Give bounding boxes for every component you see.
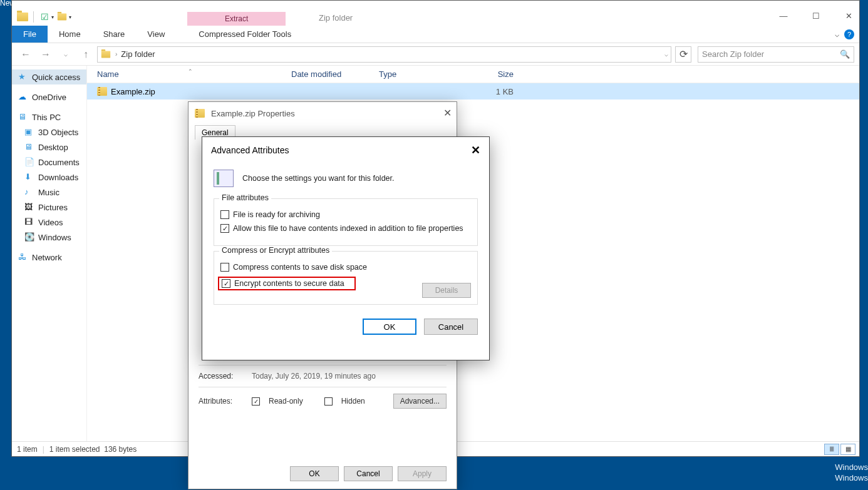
properties-icon[interactable]: ☑ <box>38 11 51 23</box>
readonly-label: Read-only <box>269 397 303 406</box>
search-input[interactable]: Search Zip folder 🔍 <box>698 46 854 63</box>
attributes-label: Attributes: <box>199 397 245 406</box>
nav-onedrive[interactable]: ☁OneDrive <box>12 89 86 105</box>
compress-checkbox-row[interactable]: Compress contents to save disk space <box>220 263 471 272</box>
nav-pictures[interactable]: 🖼Pictures <box>12 200 86 215</box>
checkbox[interactable]: ✓ <box>222 279 230 288</box>
checkbox[interactable]: ✓ <box>220 224 229 233</box>
chevron-down-icon[interactable]: ▾ <box>51 14 54 20</box>
forward-button[interactable]: → <box>37 46 54 63</box>
refresh-button[interactable]: ⟳ <box>675 46 691 63</box>
new-folder-icon[interactable] <box>56 11 68 23</box>
properties-titlebar[interactable]: Example.zip Properties ✕ <box>189 102 457 125</box>
address-bar[interactable]: › Zip folder ⌵ <box>97 46 671 63</box>
details-button[interactable]: Details <box>422 283 471 298</box>
hidden-checkbox[interactable] <box>324 397 333 406</box>
column-size[interactable]: Size <box>467 69 520 79</box>
nav-documents[interactable]: 📄Documents <box>12 155 86 170</box>
apply-button[interactable]: Apply <box>398 466 447 481</box>
nav-label: Documents <box>38 158 80 167</box>
qat-separator <box>33 11 34 23</box>
view-large-icons-button[interactable]: ▦ <box>840 444 855 455</box>
file-attributes-group: File attributes File is ready for archiv… <box>214 198 478 246</box>
titlebar[interactable] <box>12 1 859 8</box>
archive-checkbox-row[interactable]: File is ready for archiving <box>220 210 471 219</box>
nav-label: Windows <box>38 233 71 242</box>
folder-icon <box>16 11 29 23</box>
chevron-right-icon[interactable]: › <box>115 51 117 58</box>
nav-music[interactable]: ♪Music <box>12 185 86 200</box>
encrypt-checkbox-row[interactable]: ✓ Encrypt contents to secure data <box>218 277 356 290</box>
ok-button[interactable]: OK <box>290 466 339 481</box>
ribbon-tabs: File Home Share View Compressed Folder T… <box>12 26 859 43</box>
windows-watermark: Windows Windows <box>835 462 868 484</box>
nav-videos[interactable]: 🎞Videos <box>12 215 86 230</box>
contextual-tab-extract[interactable]: Extract <box>187 12 286 26</box>
cell-name: Example.zip <box>91 87 285 96</box>
checkbox[interactable] <box>220 210 229 219</box>
cancel-button[interactable]: Cancel <box>344 466 393 481</box>
column-name[interactable]: Name⌃ <box>91 69 285 79</box>
table-row[interactable]: Example.zip 1 KB <box>87 83 859 100</box>
tab-share[interactable]: Share <box>92 26 137 43</box>
up-button[interactable]: ↑ <box>77 46 95 63</box>
advanced-button[interactable]: Advanced... <box>393 394 447 409</box>
index-label: Allow this file to have contents indexed… <box>233 224 463 233</box>
nav-3d-objects[interactable]: ▣3D Objects <box>12 125 86 140</box>
advanced-titlebar[interactable]: Advanced Attributes ✕ <box>202 137 489 163</box>
search-icon[interactable]: 🔍 <box>840 49 850 59</box>
search-placeholder: Search Zip folder <box>702 49 764 59</box>
ok-button[interactable]: OK <box>363 319 416 335</box>
watermark-line: Windows <box>835 462 868 473</box>
tab-file[interactable]: File <box>12 26 48 43</box>
checkbox[interactable] <box>220 263 229 272</box>
properties-title: Example.zip Properties <box>211 109 295 118</box>
column-type[interactable]: Type <box>373 69 467 79</box>
readonly-checkbox[interactable]: ✓ <box>252 397 260 406</box>
column-date[interactable]: Date modified <box>285 69 373 79</box>
status-bytes: 136 bytes <box>104 445 137 454</box>
nav-network[interactable]: 🖧Network <box>12 250 86 265</box>
qat-customize-icon[interactable]: ▾ <box>69 14 71 20</box>
close-button[interactable]: ✕ <box>443 107 452 119</box>
breadcrumb[interactable]: Zip folder <box>121 49 155 59</box>
minimize-button[interactable]: — <box>775 9 792 22</box>
compress-encrypt-group: Compress or Encrypt attributes Compress … <box>214 251 478 305</box>
tab-view[interactable]: View <box>136 26 176 43</box>
view-details-button[interactable]: ≣ <box>824 444 839 455</box>
column-label: Name <box>97 69 119 79</box>
nav-downloads[interactable]: ⬇Downloads <box>12 170 86 185</box>
close-button[interactable]: ✕ <box>840 9 857 22</box>
nav-label: Quick access <box>32 73 80 82</box>
advanced-intro: Choose the settings you want for this fo… <box>242 174 395 183</box>
nav-windows[interactable]: 💽Windows <box>12 230 86 245</box>
nav-label: OneDrive <box>32 93 66 102</box>
address-dropdown-icon[interactable]: ⌵ <box>664 51 668 58</box>
hidden-label: Hidden <box>341 397 365 406</box>
column-headers: Name⌃ Date modified Type Size <box>87 66 859 83</box>
nav-quick-access[interactable]: ★Quick access <box>12 69 86 84</box>
encrypt-label: Encrypt contents to secure data <box>234 279 344 288</box>
watermark-line: Windows <box>835 473 868 484</box>
help-icon[interactable]: ? <box>844 29 854 39</box>
window-controls: — ☐ ✕ <box>775 9 857 22</box>
maximize-button[interactable]: ☐ <box>808 9 824 22</box>
accessed-label: Accessed: <box>199 372 245 380</box>
index-checkbox-row[interactable]: ✓ Allow this file to have contents index… <box>220 224 471 233</box>
tab-home[interactable]: Home <box>48 26 92 43</box>
ribbon-expand-icon[interactable]: ⌵ <box>835 30 839 39</box>
cell-size: 1 KB <box>467 87 520 96</box>
tab-compressed-folder-tools[interactable]: Compressed Folder Tools <box>191 29 299 39</box>
status-item-count: 1 item <box>17 445 38 454</box>
back-button[interactable]: ← <box>17 46 34 63</box>
nav-desktop[interactable]: 🖥Desktop <box>12 140 86 155</box>
attributes-icon <box>214 170 234 187</box>
app-title: Zip folder <box>319 13 353 23</box>
nav-this-pc[interactable]: 🖥This PC <box>12 110 86 125</box>
close-button[interactable]: ✕ <box>471 143 480 157</box>
navigation-bar: ← → ⌵ ↑ › Zip folder ⌵ ⟳ Search Zip fold… <box>12 43 859 66</box>
recent-locations-icon[interactable]: ⌵ <box>57 46 75 63</box>
advanced-attributes-dialog: Advanced Attributes ✕ Choose the setting… <box>202 136 490 360</box>
cancel-button[interactable]: Cancel <box>424 319 478 335</box>
group-label: Compress or Encrypt attributes <box>219 246 332 255</box>
